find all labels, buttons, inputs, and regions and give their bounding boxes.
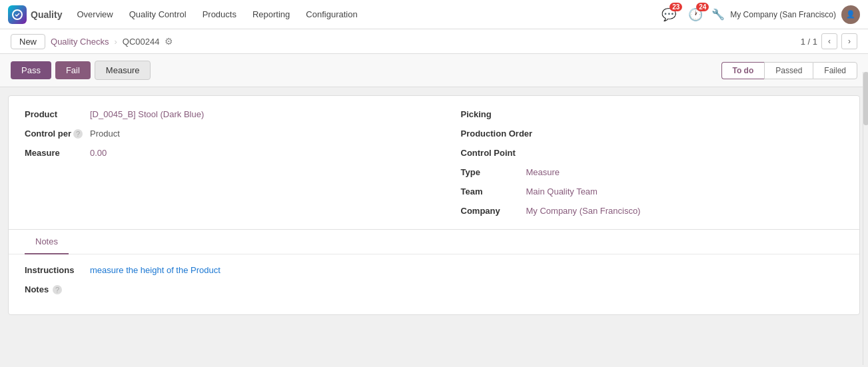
control-per-value: Product: [90, 129, 120, 139]
status-failed[interactable]: Failed: [813, 62, 857, 79]
status-todo[interactable]: To do: [721, 62, 765, 79]
breadcrumb-record-id: QC00244: [123, 37, 160, 47]
new-button[interactable]: New: [11, 34, 45, 49]
team-row: Team Main Quality Team: [461, 186, 844, 196]
team-value[interactable]: Main Quality Team: [526, 186, 598, 196]
app-name: Quality: [31, 9, 62, 20]
avatar[interactable]: 👤: [841, 5, 860, 24]
page-wrapper: Quality Overview Quality Control Product…: [0, 0, 868, 367]
breadcrumb-separator: ›: [114, 37, 117, 47]
company-label: Company: [461, 206, 521, 216]
picking-label: Picking: [461, 109, 521, 119]
company-name[interactable]: My Company (San Francisco): [730, 10, 836, 19]
type-row: Type Measure: [461, 167, 844, 177]
status-pipeline: To do Passed Failed: [721, 62, 857, 79]
breadcrumb-bar: New Quality Checks › QC00244 ⚙ 1 / 1 ‹ ›: [0, 29, 868, 54]
control-per-label-group: Control per ?: [25, 129, 85, 139]
production-order-row: Production Order: [461, 129, 844, 139]
measure-button[interactable]: Measure: [95, 61, 151, 80]
status-passed[interactable]: Passed: [764, 62, 813, 79]
company-row: Company My Company (San Francisco): [461, 206, 844, 216]
message-badge-count: 23: [669, 3, 682, 11]
scroll-thumb[interactable]: [863, 72, 868, 125]
activity-badge-count: 24: [696, 3, 709, 11]
page-count: 1 / 1: [801, 37, 817, 47]
control-point-row: Control Point: [461, 148, 844, 158]
nav-logo[interactable]: Quality: [8, 5, 62, 24]
form-left: Product [D_0045_B] Stool (Dark Blue) Con…: [25, 109, 434, 216]
quality-logo-icon: [8, 5, 27, 24]
nav-right: 💬 23 🕐 24 🔧 My Company (San Francisco) 👤: [658, 4, 860, 25]
team-label: Team: [461, 186, 521, 196]
nav-item-products[interactable]: Products: [196, 5, 243, 23]
prev-page-button[interactable]: ‹: [821, 33, 837, 49]
action-bar: Pass Fail Measure To do Passed Failed: [0, 54, 868, 87]
breadcrumb-gear-icon[interactable]: ⚙: [165, 36, 173, 47]
product-row: Product [D_0045_B] Stool (Dark Blue): [25, 109, 434, 119]
avatar-initials: 👤: [846, 10, 855, 19]
company-value[interactable]: My Company (San Francisco): [526, 206, 641, 216]
product-value[interactable]: [D_0045_B] Stool (Dark Blue): [90, 109, 204, 119]
wrench-icon[interactable]: 🔧: [711, 8, 725, 21]
product-label: Product: [25, 109, 85, 119]
picking-row: Picking: [461, 109, 844, 119]
nav-item-quality-control[interactable]: Quality Control: [123, 5, 193, 23]
measure-value[interactable]: 0.00: [90, 148, 107, 158]
measure-label: Measure: [25, 148, 85, 158]
tabs-bar: Notes: [9, 229, 859, 254]
notes-help-icon[interactable]: ?: [53, 285, 62, 294]
control-per-row: Control per ? Product: [25, 129, 434, 139]
production-order-label: Production Order: [461, 129, 533, 139]
notes-label-group: Notes ?: [25, 284, 85, 294]
next-page-button[interactable]: ›: [841, 33, 857, 49]
type-label: Type: [461, 167, 521, 177]
form-right: Picking Production Order Control Point T…: [434, 109, 844, 216]
scrollbar[interactable]: [863, 72, 868, 365]
nav-item-reporting[interactable]: Reporting: [246, 5, 296, 23]
tab-notes[interactable]: Notes: [25, 230, 69, 254]
control-per-help-icon[interactable]: ?: [73, 129, 83, 139]
pass-button[interactable]: Pass: [11, 61, 51, 79]
activities-button[interactable]: 🕐 24: [685, 4, 706, 25]
form-section: Product [D_0045_B] Stool (Dark Blue) Con…: [9, 96, 859, 229]
main-content-card: Product [D_0045_B] Stool (Dark Blue) Con…: [8, 95, 860, 315]
instructions-row: Instructions measure the height of the P…: [25, 265, 843, 275]
notes-label: Notes: [25, 284, 49, 294]
breadcrumb-link[interactable]: Quality Checks: [51, 37, 109, 47]
control-point-label: Control Point: [461, 148, 521, 158]
nav-item-overview[interactable]: Overview: [70, 5, 119, 23]
messages-button[interactable]: 💬 23: [658, 4, 679, 25]
control-per-label: Control per: [25, 129, 71, 139]
notes-section: Instructions measure the height of the P…: [9, 254, 859, 314]
measure-row: Measure 0.00: [25, 148, 434, 158]
pagination: 1 / 1 ‹ ›: [801, 33, 857, 49]
type-value[interactable]: Measure: [526, 167, 560, 177]
instructions-label: Instructions: [25, 265, 85, 275]
fail-button[interactable]: Fail: [55, 61, 91, 79]
nav-item-configuration[interactable]: Configuration: [299, 5, 364, 23]
top-nav: Quality Overview Quality Control Product…: [0, 0, 868, 29]
instructions-value: measure the height of the Product: [90, 265, 220, 275]
notes-row: Notes ?: [25, 284, 843, 294]
